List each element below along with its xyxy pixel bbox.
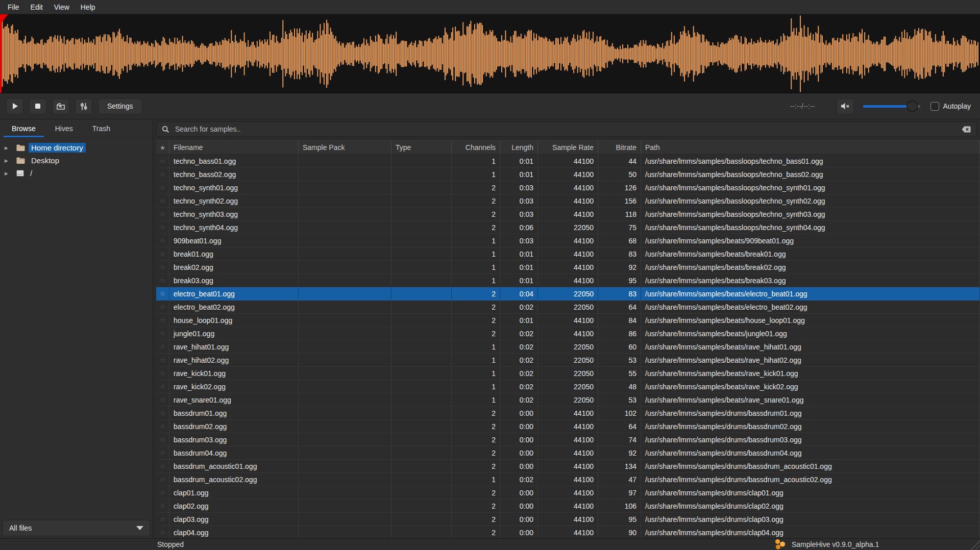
table-row[interactable]: ☆clap01.ogg20:004410097/usr/share/lmms/s… xyxy=(156,486,980,499)
waveform-panel[interactable] xyxy=(0,14,980,93)
tab-hives[interactable]: Hives xyxy=(45,119,83,137)
table-row[interactable]: ☆rave_hihat02.ogg10:022205053/usr/share/… xyxy=(156,354,980,367)
favorite-star-icon[interactable]: ☆ xyxy=(156,194,169,207)
table-row[interactable]: ☆break02.ogg10:014410092/usr/share/lmms/… xyxy=(156,261,980,274)
column-header-length[interactable]: Length xyxy=(500,141,538,154)
table-row[interactable]: ☆techno_synth03.ogg20:0344100118/usr/sha… xyxy=(156,208,980,221)
table-row[interactable]: ☆techno_synth04.ogg20:062205075/usr/shar… xyxy=(156,221,980,234)
expander-icon[interactable]: ▶ xyxy=(5,171,12,176)
table-row[interactable]: ☆clap03.ogg20:004410095/usr/share/lmms/s… xyxy=(156,513,980,526)
favorite-star-icon[interactable]: ☆ xyxy=(156,327,169,340)
favorite-star-icon[interactable]: ☆ xyxy=(156,274,169,287)
favorite-star-icon[interactable]: ☆ xyxy=(156,420,169,433)
favorite-star-icon[interactable]: ☆ xyxy=(156,407,169,419)
tab-browse[interactable]: Browse xyxy=(2,119,45,137)
column-header-favorite[interactable]: ★ xyxy=(156,141,169,154)
table-row[interactable]: ☆bassdrum01.ogg20:0044100102/usr/share/l… xyxy=(156,407,980,420)
table-row[interactable]: ☆clap04.ogg20:004410090/usr/share/lmms/s… xyxy=(156,526,980,538)
stop-button[interactable] xyxy=(29,98,46,114)
expander-icon[interactable]: ▶ xyxy=(5,158,12,163)
loop-button[interactable] xyxy=(52,98,69,114)
favorite-star-icon[interactable]: ☆ xyxy=(156,367,169,380)
table-row[interactable]: ☆bassdrum_acoustic01.ogg20:0044100134/us… xyxy=(156,460,980,473)
table-row[interactable]: ☆bassdrum03.ogg20:004410074/usr/share/lm… xyxy=(156,433,980,446)
favorite-star-icon[interactable]: ☆ xyxy=(156,221,169,234)
favorite-star-icon[interactable]: ☆ xyxy=(156,168,169,181)
favorite-star-icon[interactable]: ☆ xyxy=(156,287,169,300)
favorite-star-icon[interactable]: ☆ xyxy=(156,234,169,247)
table-row[interactable]: ☆bassdrum_acoustic02.ogg10:024410047/usr… xyxy=(156,473,980,486)
ab-loop-button[interactable] xyxy=(75,98,92,114)
table-row[interactable]: ☆house_loop01.ogg20:014410084/usr/share/… xyxy=(156,314,980,327)
tree-item-desktop[interactable]: ▶Desktop xyxy=(0,154,153,167)
favorite-star-icon[interactable]: ☆ xyxy=(156,526,169,538)
column-header-sample-pack[interactable]: Sample Pack xyxy=(299,141,391,154)
favorite-star-icon[interactable]: ☆ xyxy=(156,393,169,406)
table-row[interactable]: ☆rave_kick01.ogg10:022205055/usr/share/l… xyxy=(156,367,980,380)
directory-tree: ▶Home directory▶Desktop▶/ xyxy=(0,138,153,518)
table-row[interactable]: ☆break01.ogg10:014410083/usr/share/lmms/… xyxy=(156,247,980,261)
search-bar[interactable] xyxy=(156,121,977,137)
menu-item-view[interactable]: View xyxy=(48,3,75,11)
playhead-marker[interactable] xyxy=(0,14,2,93)
favorite-star-icon[interactable]: ☆ xyxy=(156,301,169,313)
column-header-path[interactable]: Path xyxy=(641,141,980,154)
play-button[interactable] xyxy=(6,98,23,114)
column-header-type[interactable]: Type xyxy=(391,141,452,154)
table-row[interactable]: ☆clap02.ogg20:0044100106/usr/share/lmms/… xyxy=(156,499,980,513)
table-row[interactable]: ☆jungle01.ogg20:024410086/usr/share/lmms… xyxy=(156,327,980,340)
tree-item-home-directory[interactable]: ▶Home directory xyxy=(0,141,153,154)
favorite-star-icon[interactable]: ☆ xyxy=(156,208,169,220)
table-row[interactable]: ☆techno_synth02.ogg20:0344100156/usr/sha… xyxy=(156,194,980,208)
cell-sample-rate: 22050 xyxy=(538,380,598,393)
table-row[interactable]: ☆rave_snare01.ogg10:022205053/usr/share/… xyxy=(156,393,980,407)
cell-sample-rate: 44100 xyxy=(538,327,598,340)
column-header-sample-rate[interactable]: Sample Rate xyxy=(538,141,598,154)
favorite-star-icon[interactable]: ☆ xyxy=(156,460,169,472)
favorite-star-icon[interactable]: ☆ xyxy=(156,433,169,446)
favorite-star-icon[interactable]: ☆ xyxy=(156,499,169,512)
favorite-star-icon[interactable]: ☆ xyxy=(156,513,169,526)
table-row[interactable]: ☆909beat01.ogg10:034410068/usr/share/lmm… xyxy=(156,234,980,247)
volume-slider-knob[interactable] xyxy=(906,101,918,112)
volume-slider[interactable] xyxy=(863,105,920,108)
favorite-star-icon[interactable]: ☆ xyxy=(156,380,169,393)
table-row[interactable]: ☆electro_beat01.ogg20:042205083/usr/shar… xyxy=(156,287,980,301)
column-header-channels[interactable]: Channels xyxy=(452,141,500,154)
search-input[interactable] xyxy=(174,124,961,134)
favorite-star-icon[interactable]: ☆ xyxy=(156,155,169,167)
expander-icon[interactable]: ▶ xyxy=(5,145,12,151)
column-header-filename[interactable]: Filename xyxy=(169,141,299,154)
favorite-star-icon[interactable]: ☆ xyxy=(156,181,169,194)
table-row[interactable]: ☆break03.ogg10:014410095/usr/share/lmms/… xyxy=(156,274,980,287)
autoplay-checkbox[interactable] xyxy=(930,102,939,111)
column-header-bitrate[interactable]: Bitrate xyxy=(598,141,641,154)
table-row[interactable]: ☆techno_bass02.ogg10:014410050/usr/share… xyxy=(156,168,980,181)
favorite-star-icon[interactable]: ☆ xyxy=(156,340,169,353)
resize-grip[interactable] xyxy=(969,539,980,550)
favorite-star-icon[interactable]: ☆ xyxy=(156,473,169,486)
table-row[interactable]: ☆techno_synth01.ogg20:0344100126/usr/sha… xyxy=(156,181,980,194)
favorite-star-icon[interactable]: ☆ xyxy=(156,314,169,327)
table-row[interactable]: ☆bassdrum04.ogg20:004410092/usr/share/lm… xyxy=(156,446,980,460)
table-row[interactable]: ☆electro_beat02.ogg20:022205064/usr/shar… xyxy=(156,301,980,314)
favorite-star-icon[interactable]: ☆ xyxy=(156,261,169,273)
table-row[interactable]: ☆techno_bass01.ogg10:014410044/usr/share… xyxy=(156,155,980,168)
tree-item--[interactable]: ▶/ xyxy=(0,167,153,180)
cell-type xyxy=(391,473,452,486)
menu-item-help[interactable]: Help xyxy=(75,3,101,11)
favorite-star-icon[interactable]: ☆ xyxy=(156,354,169,366)
table-row[interactable]: ☆rave_kick02.ogg10:022205048/usr/share/l… xyxy=(156,380,980,393)
favorite-star-icon[interactable]: ☆ xyxy=(156,486,169,499)
table-row[interactable]: ☆bassdrum02.ogg20:004410064/usr/share/lm… xyxy=(156,420,980,433)
menu-item-edit[interactable]: Edit xyxy=(25,3,48,11)
tab-trash[interactable]: Trash xyxy=(83,119,120,137)
menu-item-file[interactable]: File xyxy=(2,3,25,11)
favorite-star-icon[interactable]: ☆ xyxy=(156,446,169,459)
file-filter-dropdown[interactable]: All files xyxy=(2,520,151,536)
clear-search-icon[interactable] xyxy=(961,126,971,133)
table-row[interactable]: ☆rave_hihat01.ogg10:022205060/usr/share/… xyxy=(156,340,980,354)
settings-button[interactable]: Settings xyxy=(98,98,142,114)
mute-button[interactable] xyxy=(837,98,854,114)
favorite-star-icon[interactable]: ☆ xyxy=(156,247,169,260)
